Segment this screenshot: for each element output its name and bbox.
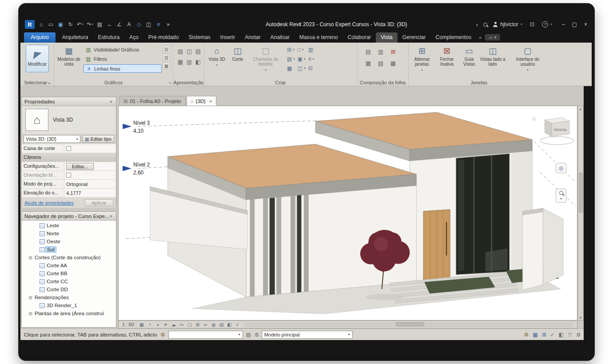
temporary-hide-isolate-icon[interactable]: ∞ bbox=[202, 321, 209, 328]
tab-arquitetura[interactable]: Arquitetura bbox=[57, 32, 93, 43]
show-crop-icon[interactable]: ⊞ bbox=[194, 321, 201, 328]
property-value[interactable]: Ortogonal bbox=[64, 180, 116, 188]
presentation-icon-4[interactable]: ▦ bbox=[176, 57, 184, 67]
scale-button[interactable]: 1 : 50 bbox=[120, 322, 136, 327]
panel-label-criar[interactable]: Criar bbox=[204, 80, 357, 85]
user-interface-button[interactable]: ▢ Interface do usuário ▾ bbox=[509, 44, 546, 77]
constraints-icon[interactable]: ✓ bbox=[234, 321, 241, 328]
tree-item-corte-bb[interactable]: Corte BB bbox=[22, 269, 116, 277]
toolbar-overflow-icon[interactable]: » bbox=[163, 20, 173, 29]
view-templates-button[interactable]: ▦ Modelos de vista bbox=[56, 44, 82, 77]
section-icon[interactable]: ◫ bbox=[144, 20, 153, 29]
tree-item-leste[interactable]: Leste bbox=[22, 222, 116, 229]
level-marker-3[interactable]: Nível 3 4,10 bbox=[123, 120, 150, 134]
collapse-icon[interactable]: ⊟ bbox=[28, 311, 33, 316]
tree-item-3d-render-1[interactable]: 3D Render_1 bbox=[22, 301, 116, 309]
level-marker-2[interactable]: Nível 2 2,60 bbox=[123, 162, 150, 176]
redo-icon[interactable]: ↷▾ bbox=[85, 20, 95, 29]
tree-item-oeste[interactable]: Oeste bbox=[22, 237, 116, 245]
vertical-scrollbar[interactable]: ▲ ▼ bbox=[577, 106, 584, 320]
measure-icon[interactable]: ∠ bbox=[115, 20, 124, 29]
callout-button[interactable]: ▢ Chamada de detalhe ▾ bbox=[248, 44, 283, 77]
tab-sistemas[interactable]: Sistemas bbox=[183, 32, 215, 43]
presentation-icon-6[interactable]: ◧ bbox=[194, 57, 202, 67]
select-pinned-icon[interactable]: ✓ bbox=[550, 332, 555, 338]
chevron-left-icon[interactable]: ‹ bbox=[476, 21, 478, 28]
open-icon[interactable]: ▭ bbox=[46, 20, 56, 29]
presentation-icon-5[interactable]: ▥ bbox=[185, 57, 193, 67]
print-icon[interactable]: ▤ bbox=[95, 20, 104, 29]
tree-item-corte-dd[interactable]: Corte DD bbox=[22, 285, 116, 293]
crop-view-icon[interactable]: ▢ bbox=[186, 321, 193, 328]
legends-button[interactable]: ▣▾ bbox=[298, 55, 306, 63]
tab-massa-e-terreno[interactable]: Massa e terreno bbox=[295, 32, 343, 43]
tree-item-sul[interactable]: Sul bbox=[22, 245, 116, 253]
elevation-button[interactable]: ▤▾ bbox=[287, 55, 295, 63]
tab-analisar[interactable]: Analisar bbox=[266, 32, 295, 43]
schedules-button[interactable]: ◫▾ bbox=[298, 64, 306, 72]
plan-views-button[interactable]: ⊞▾ bbox=[287, 46, 295, 54]
project-browser-header[interactable]: Navegador de projeto - Curso Expe... × bbox=[22, 212, 116, 221]
new-sheet-icon[interactable]: ▤ bbox=[362, 46, 374, 57]
editable-only-icon[interactable]: ▤ bbox=[246, 332, 251, 338]
shadows-icon[interactable]: ◑ bbox=[154, 321, 161, 328]
graphic-display-icon[interactable]: ▤ bbox=[163, 45, 170, 52]
right-pillar[interactable] bbox=[522, 208, 563, 290]
scrollbar-thumb[interactable] bbox=[396, 322, 424, 326]
temporary-view-properties-icon[interactable]: ◧ bbox=[226, 321, 233, 328]
tab-colaborar[interactable]: Colaborar bbox=[343, 32, 376, 43]
help-menu[interactable]: ? ▾ bbox=[542, 21, 552, 28]
visibility-graphics-button[interactable]: ▥ Visibilidade/ Gráficos bbox=[84, 45, 162, 54]
tab-aco[interactable]: Aço bbox=[124, 32, 143, 43]
panel-label-graficos[interactable]: Gráficos bbox=[54, 80, 173, 85]
dialog-launcher-icon[interactable]: ↘ bbox=[168, 80, 171, 85]
app-store-icon[interactable]: ⊡ bbox=[527, 20, 537, 29]
visual-style-icon[interactable]: ◔ bbox=[146, 321, 153, 328]
ribbon-state-pill[interactable]: ▭ ▾ bbox=[485, 34, 500, 40]
tab-inserir[interactable]: Inserir bbox=[215, 32, 240, 43]
switch-windows-button[interactable]: ⊞ Alternar janelas ▾ bbox=[410, 44, 434, 77]
view-tab-sheet[interactable]: ▤ 01 - Folha A0 - Projeto bbox=[119, 96, 186, 106]
rendering-dialog-icon[interactable]: ▭ bbox=[178, 321, 185, 328]
panel-label-selecionar[interactable]: Selecionar ▾ bbox=[20, 80, 54, 85]
collapse-icon[interactable]: ⊟ bbox=[28, 255, 33, 260]
properties-header[interactable]: Propriedades × bbox=[22, 97, 116, 106]
select-underlay-icon[interactable]: ⊞ bbox=[542, 332, 546, 338]
tab-overflow-icon[interactable]: » bbox=[479, 35, 482, 40]
panel-label-apresentacao[interactable]: Apresentação bbox=[173, 80, 204, 85]
3d-view-button[interactable]: ⌂ Vista 3D ▾ bbox=[206, 44, 227, 77]
tab-gerenciar[interactable]: Gerenciar bbox=[398, 32, 431, 43]
revit-logo[interactable]: R bbox=[25, 20, 35, 29]
thin-lines-icon[interactable]: ≡ bbox=[154, 20, 163, 29]
viewcube-compass[interactable] bbox=[540, 137, 574, 145]
tree-item-norte[interactable]: Norte bbox=[22, 229, 116, 237]
zoom-tool[interactable]: ▾ bbox=[556, 189, 566, 203]
tab-pre-moldado[interactable]: Pré-moldado bbox=[143, 32, 184, 43]
sun-settings-icon[interactable]: ☁ bbox=[170, 321, 177, 328]
view-tab-3d[interactable]: ⌂ {3D} × bbox=[187, 96, 217, 106]
property-row[interactable]: Orientação bl... bbox=[22, 171, 116, 180]
tree-branch-renderizacoes[interactable]: ⊟Renderizações bbox=[22, 293, 116, 301]
worksharing-icon[interactable]: ⚙ bbox=[160, 332, 165, 338]
scroll-down-icon[interactable]: ▼ bbox=[578, 315, 583, 320]
revisions-icon[interactable]: ⊞ bbox=[387, 46, 399, 57]
sun-path-icon[interactable]: ☀ bbox=[162, 321, 169, 328]
design-options-select[interactable]: Modelo principal ▾ bbox=[262, 331, 353, 339]
drafting-view-button[interactable]: ▦ bbox=[287, 64, 295, 72]
edit-in-place-icon[interactable]: ▦ bbox=[533, 332, 537, 338]
section-button[interactable]: ◫ Corte bbox=[228, 44, 247, 77]
properties-help-link[interactable]: Ajuda de propriedades bbox=[24, 200, 74, 206]
drag-on-selection-icon[interactable]: ◧ bbox=[559, 332, 564, 338]
horizontal-scrollbar[interactable] bbox=[244, 322, 573, 327]
modify-button[interactable]: ◤ Modificar bbox=[26, 45, 49, 72]
viewcube-home-icon[interactable]: ⌂ bbox=[532, 115, 536, 122]
presentation-icon-2[interactable]: ◫ bbox=[185, 46, 193, 56]
view-type-combo[interactable]: Vista 3D: {3D} ▾ bbox=[24, 135, 80, 143]
tile-views-button[interactable]: ◫ Vistas lado a lado bbox=[480, 44, 506, 77]
guide-grid-icon[interactable]: ▦ bbox=[362, 58, 374, 68]
curtain-window[interactable] bbox=[456, 154, 510, 275]
3d-viewport[interactable]: Nível 3 4,10 Nível 2 2,60 ⌂ bbox=[118, 106, 577, 320]
home-icon[interactable]: ⌂ bbox=[36, 20, 46, 29]
duplicate-view-button[interactable]: □▾ bbox=[298, 46, 306, 54]
exclude-options-icon[interactable]: ⚙ bbox=[524, 332, 529, 338]
